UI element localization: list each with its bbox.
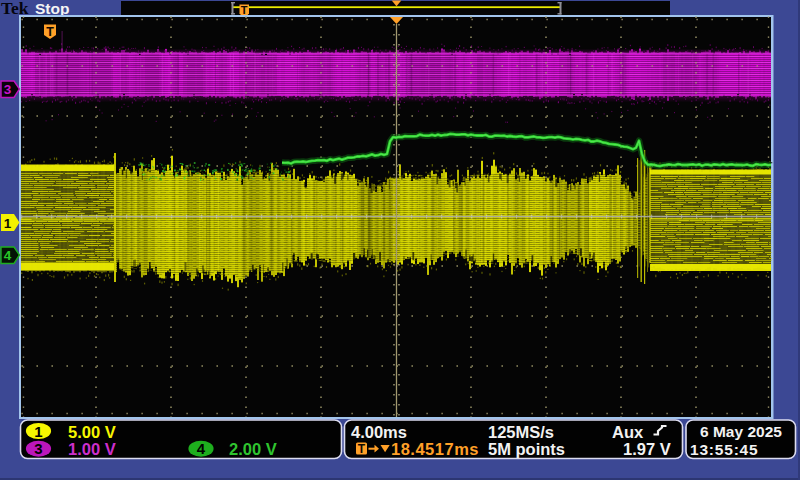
svg-text:13:55:45: 13:55:45 [690,441,758,458]
svg-text:1.97 V: 1.97 V [623,440,671,458]
svg-text:4: 4 [4,248,12,263]
svg-text:125MS/s: 125MS/s [488,423,554,441]
svg-text:5M points: 5M points [488,440,565,458]
svg-text:T: T [358,442,366,456]
svg-text:1: 1 [34,423,42,440]
svg-text:5.00 V: 5.00 V [68,423,116,441]
svg-text:Tek: Tek [1,0,29,18]
svg-text:2.00 V: 2.00 V [229,440,277,458]
svg-text:4: 4 [197,440,206,457]
svg-text:1: 1 [4,216,12,231]
svg-text:Aux: Aux [612,423,644,441]
svg-text:T: T [46,25,54,39]
svg-text:T: T [241,4,248,16]
svg-text:4.00ms: 4.00ms [351,423,407,441]
svg-text:3: 3 [4,82,12,97]
svg-text:1.00 V: 1.00 V [68,440,116,458]
svg-text:6 May 2025: 6 May 2025 [700,423,782,440]
svg-text:18.4517ms: 18.4517ms [391,440,479,458]
svg-text:Stop: Stop [35,0,69,17]
svg-text:3: 3 [34,440,42,457]
